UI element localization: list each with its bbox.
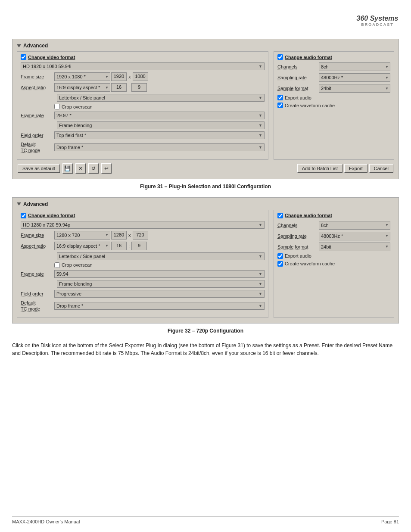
aspect-ratio-dropdown[interactable]: 16:9 display aspect * bbox=[54, 83, 110, 92]
change-video-format-checkbox-2[interactable] bbox=[21, 213, 26, 218]
body-text: Click on the Disk icon at the bottom of … bbox=[12, 342, 399, 357]
field-order-dropdown[interactable]: Top field first * ▼ bbox=[54, 131, 265, 139]
frame-size-label-2: Frame size bbox=[21, 233, 52, 238]
aspect-w-2[interactable]: 16 bbox=[111, 242, 127, 250]
field-order-arrow-2: ▼ bbox=[258, 292, 262, 296]
export-audio-checkbox[interactable] bbox=[277, 95, 283, 100]
frame-blending-arrow-2: ▼ bbox=[258, 282, 262, 286]
disk-icon-button[interactable]: 💾 bbox=[62, 163, 73, 174]
field-order-value-2: Progressive bbox=[56, 291, 81, 296]
create-waveform-cache-label: Create waveform cache bbox=[285, 103, 335, 108]
field-order-label-2: Field order bbox=[21, 291, 52, 296]
frame-blending-value: Frame blending bbox=[59, 123, 92, 128]
change-video-format-checkbox[interactable] bbox=[21, 54, 26, 60]
frame-size-dropdown[interactable]: 1920 x 1080 * bbox=[54, 72, 110, 81]
field-order-dropdown-2[interactable]: Progressive ▼ bbox=[54, 290, 265, 298]
create-waveform-cache-checkbox-2[interactable] bbox=[277, 261, 283, 267]
figure1-toolbar: Save as default 💾 ✕ ↺ ↩ Add to Batch Lis… bbox=[17, 163, 394, 174]
collapse-icon[interactable] bbox=[17, 44, 21, 47]
figure2-crop-row: Crop overscan bbox=[54, 262, 265, 268]
figure2-right-col: Change audio format Channels 8ch Samplin… bbox=[274, 210, 394, 318]
tc-mode-label-2: DefaultTC mode bbox=[21, 300, 52, 312]
figure1-dialog: Advanced Change video format HD 1920 x 1… bbox=[12, 39, 399, 179]
figure1-channels-row: Channels 8ch bbox=[277, 62, 390, 71]
change-audio-format-checkbox[interactable] bbox=[277, 54, 283, 60]
sampling-rate-value: 48000Hz * bbox=[321, 75, 343, 80]
cancel-button[interactable]: Cancel bbox=[369, 164, 393, 173]
frame-size-value-2: 1280 x 720 bbox=[56, 233, 80, 238]
figure1-sampling-rate-row: Sampling rate 48000Hz * bbox=[277, 73, 390, 82]
logo: 360 Systems BROADCAST bbox=[352, 8, 403, 34]
delete-icon-button[interactable]: ✕ bbox=[75, 163, 86, 174]
figure2-tc-mode-row: DefaultTC mode Drop frame * ▼ bbox=[21, 300, 265, 312]
frame-size-w[interactable]: 1920 bbox=[111, 72, 127, 81]
frame-size-dropdown-2[interactable]: 1280 x 720 bbox=[54, 231, 110, 240]
crop-overscan-label-2: Crop overscan bbox=[62, 262, 93, 268]
channels-label: Channels bbox=[277, 64, 316, 69]
aspect-h[interactable]: 9 bbox=[131, 83, 147, 92]
sampling-rate-label-2: Sampling rate bbox=[277, 233, 316, 239]
create-waveform-cache-checkbox[interactable] bbox=[277, 103, 283, 108]
footer-left: MAXX-2400HD Owner's Manual bbox=[12, 519, 80, 524]
aspect-ratio-label: Aspect ratio bbox=[21, 85, 52, 90]
sample-format-label: Sample format bbox=[277, 86, 316, 91]
channels-value-2: 8ch bbox=[321, 223, 329, 228]
frame-size-h[interactable]: 1080 bbox=[133, 72, 148, 81]
figure2-letterbox-row: Letterbox / Side panel ▼ bbox=[21, 252, 265, 260]
save-default-button[interactable]: Save as default bbox=[18, 164, 60, 173]
sample-format-value: 24bit bbox=[321, 86, 331, 91]
crop-overscan-label: Crop overscan bbox=[62, 104, 93, 109]
reset-icon-button[interactable]: ↺ bbox=[88, 163, 99, 174]
letterbox-dropdown[interactable]: Letterbox / Side panel ▼ bbox=[57, 94, 265, 102]
advanced-label: Advanced bbox=[23, 43, 48, 49]
crop-overscan-checkbox-2[interactable] bbox=[54, 262, 60, 268]
aspect-w[interactable]: 16 bbox=[111, 83, 127, 92]
toolbar-right: Add to Batch List Export Cancel bbox=[297, 164, 393, 173]
aspect-ratio-value: 16:9 display aspect * bbox=[56, 85, 100, 90]
tc-mode-dropdown[interactable]: Drop frame * ▼ bbox=[54, 143, 265, 151]
sample-format-dropdown-2[interactable]: 24bit bbox=[319, 243, 390, 251]
change-audio-format-checkbox-2[interactable] bbox=[277, 213, 283, 218]
frame-rate-dropdown[interactable]: 29.97 * ▼ bbox=[54, 112, 265, 119]
figure1-video-format-header: Change video format bbox=[21, 54, 265, 60]
export-audio-label-2: Export audio bbox=[285, 253, 311, 258]
sample-format-dropdown[interactable]: 24bit bbox=[319, 84, 390, 93]
channels-dropdown-2[interactable]: 8ch bbox=[319, 221, 390, 230]
frame-blending-dropdown-2[interactable]: Frame blending ▼ bbox=[57, 280, 265, 288]
frame-rate-value-2: 59.94 bbox=[56, 271, 68, 277]
figure2-video-format-header: Change video format bbox=[21, 213, 265, 218]
frame-size-value: 1920 x 1080 * bbox=[56, 74, 86, 79]
frame-size-h-2[interactable]: 720 bbox=[133, 231, 148, 240]
figure2-left-col: Change video format HD 1280 x 720 59.94p… bbox=[17, 210, 268, 318]
export-icon-button[interactable]: ↩ bbox=[101, 163, 112, 174]
figure1-letterbox-row: Letterbox / Side panel ▼ bbox=[21, 94, 265, 102]
figure2-panel-title: Advanced bbox=[17, 201, 394, 207]
frame-rate-dropdown-2[interactable]: 59.94 ▼ bbox=[54, 270, 265, 278]
frame-rate-label: Frame rate bbox=[21, 113, 52, 118]
sampling-rate-dropdown[interactable]: 48000Hz * bbox=[319, 73, 390, 82]
tc-mode-arrow-2: ▼ bbox=[258, 304, 262, 308]
sample-format-label-2: Sample format bbox=[277, 244, 316, 249]
aspect-separator: : bbox=[128, 85, 131, 90]
figure1-sample-format-row: Sample format 24bit bbox=[277, 84, 390, 93]
aspect-ratio-dropdown-2[interactable]: 16:9 display aspect * bbox=[54, 242, 110, 250]
footer-right: Page 81 bbox=[381, 519, 399, 524]
export-button[interactable]: Export bbox=[344, 164, 367, 173]
figure2-format-dropdown[interactable]: HD 1280 x 720 59.94p ▼ bbox=[21, 221, 265, 229]
aspect-h-2[interactable]: 9 bbox=[131, 242, 147, 250]
channels-dropdown[interactable]: 8ch bbox=[319, 62, 390, 71]
export-audio-checkbox-2[interactable] bbox=[277, 253, 283, 259]
figure1-format-dropdown[interactable]: HD 1920 x 1080 59.94i ▼ bbox=[21, 62, 265, 70]
field-order-value: Top field first * bbox=[56, 133, 86, 138]
sampling-rate-label: Sampling rate bbox=[277, 75, 316, 80]
sampling-rate-dropdown-2[interactable]: 48000Hz * bbox=[319, 232, 390, 240]
size-separator: x bbox=[128, 74, 132, 79]
tc-mode-dropdown-2[interactable]: Drop frame * ▼ bbox=[54, 302, 265, 310]
letterbox-dropdown-2[interactable]: Letterbox / Side panel ▼ bbox=[57, 252, 265, 260]
frame-size-w-2[interactable]: 1280 bbox=[111, 231, 127, 240]
frame-blending-dropdown[interactable]: Frame blending ▼ bbox=[57, 121, 265, 129]
collapse-icon-2[interactable] bbox=[17, 202, 21, 205]
add-batch-button[interactable]: Add to Batch List bbox=[297, 164, 342, 173]
crop-overscan-checkbox[interactable] bbox=[54, 104, 60, 109]
page-footer: MAXX-2400HD Owner's Manual Page 81 bbox=[12, 516, 399, 524]
